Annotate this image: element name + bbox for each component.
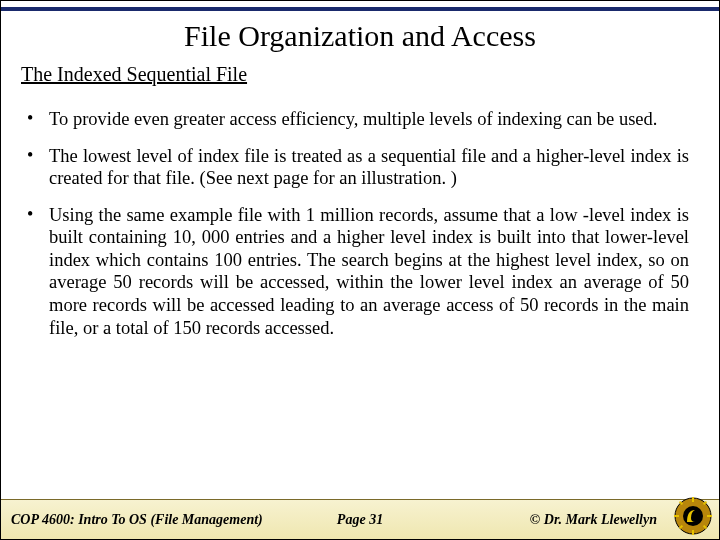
slide-subtitle: The Indexed Sequential File	[21, 63, 699, 86]
bullet-item: The lowest level of index file is treate…	[25, 145, 689, 190]
slide-title: File Organization and Access	[1, 19, 719, 53]
footer-course: COP 4600: Intro To OS (File Management)	[11, 512, 263, 528]
bullet-list: To provide even greater access efficienc…	[21, 108, 699, 339]
footer-page: Page 31	[337, 512, 383, 528]
svg-rect-2	[692, 497, 694, 502]
bullet-item: Using the same example file with 1 milli…	[25, 204, 689, 339]
svg-point-1	[683, 506, 703, 526]
svg-rect-3	[692, 530, 694, 535]
bullet-item: To provide even greater access efficienc…	[25, 108, 689, 131]
svg-rect-4	[674, 515, 679, 517]
top-rule	[1, 7, 719, 11]
ucf-logo-icon	[673, 496, 713, 536]
content-area: To provide even greater access efficienc…	[1, 94, 719, 499]
footer-bar: COP 4600: Intro To OS (File Management) …	[1, 499, 719, 539]
footer-author: © Dr. Mark Llewellyn	[530, 512, 657, 528]
slide: File Organization and Access The Indexed…	[0, 0, 720, 540]
svg-rect-5	[707, 515, 712, 517]
